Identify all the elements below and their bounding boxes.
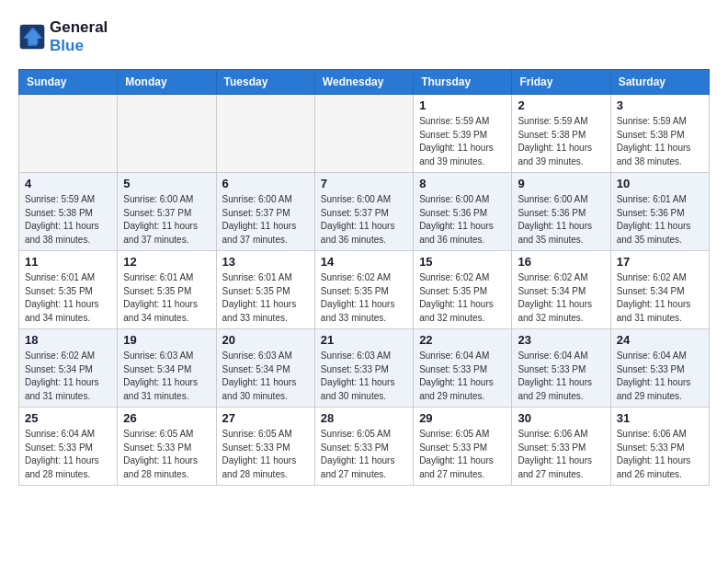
day-number: 7 [321, 177, 407, 190]
day-number: 8 [419, 177, 506, 190]
day-number: 20 [222, 333, 309, 347]
calendar-cell: 6Sunrise: 6:00 AM Sunset: 5:37 PM Daylig… [216, 173, 314, 251]
day-info: Sunrise: 6:05 AM Sunset: 5:33 PM Dayligh… [419, 428, 506, 481]
day-number: 27 [222, 411, 309, 425]
day-number: 5 [123, 177, 210, 190]
day-number: 31 [617, 411, 703, 425]
calendar-row-3: 11Sunrise: 6:01 AM Sunset: 5:35 PM Dayli… [19, 251, 710, 329]
weekday-header-wednesday: Wednesday [314, 70, 413, 95]
calendar-row-1: 1Sunrise: 5:59 AM Sunset: 5:39 PM Daylig… [19, 95, 710, 173]
calendar-row-4: 18Sunrise: 6:02 AM Sunset: 5:34 PM Dayli… [19, 329, 710, 408]
day-info: Sunrise: 6:04 AM Sunset: 5:33 PM Dayligh… [25, 428, 111, 481]
calendar-cell: 27Sunrise: 6:05 AM Sunset: 5:33 PM Dayli… [216, 408, 314, 486]
calendar-row-5: 25Sunrise: 6:04 AM Sunset: 5:33 PM Dayli… [19, 408, 710, 486]
day-number: 19 [123, 333, 210, 347]
day-number: 25 [25, 411, 111, 425]
day-number: 17 [617, 255, 703, 269]
calendar-cell: 18Sunrise: 6:02 AM Sunset: 5:34 PM Dayli… [19, 329, 118, 408]
weekday-header-monday: Monday [118, 70, 216, 95]
day-info: Sunrise: 6:04 AM Sunset: 5:33 PM Dayligh… [518, 350, 604, 403]
day-number: 29 [419, 411, 506, 425]
day-number: 1 [419, 98, 506, 112]
logo-text: General Blue [50, 18, 108, 54]
day-number: 22 [419, 333, 506, 347]
calendar-cell [314, 95, 413, 173]
calendar-cell: 1Sunrise: 5:59 AM Sunset: 5:39 PM Daylig… [414, 95, 512, 173]
day-number: 24 [617, 333, 703, 347]
calendar-cell: 30Sunrise: 6:06 AM Sunset: 5:33 PM Dayli… [512, 408, 610, 486]
calendar-cell: 20Sunrise: 6:03 AM Sunset: 5:34 PM Dayli… [216, 329, 314, 408]
day-info: Sunrise: 5:59 AM Sunset: 5:38 PM Dayligh… [518, 115, 604, 168]
logo-icon [18, 23, 46, 51]
day-info: Sunrise: 6:04 AM Sunset: 5:33 PM Dayligh… [419, 350, 506, 403]
weekday-header-sunday: Sunday [19, 70, 118, 95]
day-info: Sunrise: 5:59 AM Sunset: 5:38 PM Dayligh… [617, 115, 703, 168]
day-number: 6 [222, 177, 309, 190]
day-info: Sunrise: 6:04 AM Sunset: 5:33 PM Dayligh… [617, 350, 703, 403]
day-info: Sunrise: 6:00 AM Sunset: 5:37 PM Dayligh… [222, 193, 309, 247]
logo: General Blue [18, 18, 108, 54]
day-info: Sunrise: 6:01 AM Sunset: 5:35 PM Dayligh… [123, 271, 210, 325]
calendar-cell: 3Sunrise: 5:59 AM Sunset: 5:38 PM Daylig… [610, 95, 709, 173]
calendar-cell: 11Sunrise: 6:01 AM Sunset: 5:35 PM Dayli… [19, 251, 118, 329]
day-info: Sunrise: 6:01 AM Sunset: 5:36 PM Dayligh… [617, 193, 703, 247]
calendar-cell: 4Sunrise: 5:59 AM Sunset: 5:38 PM Daylig… [19, 173, 118, 251]
calendar-cell: 5Sunrise: 6:00 AM Sunset: 5:37 PM Daylig… [118, 173, 216, 251]
day-info: Sunrise: 6:02 AM Sunset: 5:34 PM Dayligh… [518, 271, 604, 325]
day-info: Sunrise: 6:05 AM Sunset: 5:33 PM Dayligh… [123, 428, 210, 481]
calendar-cell [19, 95, 118, 173]
weekday-header-row: SundayMondayTuesdayWednesdayThursdayFrid… [19, 70, 710, 95]
calendar-cell: 21Sunrise: 6:03 AM Sunset: 5:33 PM Dayli… [314, 329, 413, 408]
day-number: 23 [518, 333, 604, 347]
day-number: 12 [123, 255, 210, 269]
weekday-header-saturday: Saturday [610, 70, 709, 95]
day-number: 2 [518, 98, 604, 112]
calendar-cell [118, 95, 216, 173]
day-info: Sunrise: 6:00 AM Sunset: 5:36 PM Dayligh… [518, 193, 604, 247]
day-info: Sunrise: 6:00 AM Sunset: 5:37 PM Dayligh… [321, 193, 407, 247]
day-info: Sunrise: 6:06 AM Sunset: 5:33 PM Dayligh… [518, 428, 604, 481]
day-number: 13 [222, 255, 309, 269]
calendar-cell: 17Sunrise: 6:02 AM Sunset: 5:34 PM Dayli… [610, 251, 709, 329]
weekday-header-thursday: Thursday [414, 70, 512, 95]
calendar-cell: 13Sunrise: 6:01 AM Sunset: 5:35 PM Dayli… [216, 251, 314, 329]
calendar-cell: 28Sunrise: 6:05 AM Sunset: 5:33 PM Dayli… [314, 408, 413, 486]
day-info: Sunrise: 6:02 AM Sunset: 5:35 PM Dayligh… [419, 271, 506, 325]
day-info: Sunrise: 5:59 AM Sunset: 5:38 PM Dayligh… [25, 193, 111, 247]
day-number: 26 [123, 411, 210, 425]
calendar-cell: 14Sunrise: 6:02 AM Sunset: 5:35 PM Dayli… [314, 251, 413, 329]
weekday-header-tuesday: Tuesday [216, 70, 314, 95]
calendar-cell [216, 95, 314, 173]
calendar-cell: 15Sunrise: 6:02 AM Sunset: 5:35 PM Dayli… [414, 251, 512, 329]
day-info: Sunrise: 6:03 AM Sunset: 5:34 PM Dayligh… [222, 350, 309, 403]
day-info: Sunrise: 6:03 AM Sunset: 5:33 PM Dayligh… [321, 350, 407, 403]
day-info: Sunrise: 6:00 AM Sunset: 5:36 PM Dayligh… [419, 193, 506, 247]
calendar-cell: 2Sunrise: 5:59 AM Sunset: 5:38 PM Daylig… [512, 95, 610, 173]
day-number: 4 [25, 177, 111, 190]
day-info: Sunrise: 6:02 AM Sunset: 5:35 PM Dayligh… [321, 271, 407, 325]
day-number: 11 [25, 255, 111, 269]
calendar-cell: 23Sunrise: 6:04 AM Sunset: 5:33 PM Dayli… [512, 329, 610, 408]
day-number: 18 [25, 333, 111, 347]
calendar-cell: 10Sunrise: 6:01 AM Sunset: 5:36 PM Dayli… [610, 173, 709, 251]
calendar-cell: 9Sunrise: 6:00 AM Sunset: 5:36 PM Daylig… [512, 173, 610, 251]
calendar-cell: 7Sunrise: 6:00 AM Sunset: 5:37 PM Daylig… [314, 173, 413, 251]
day-info: Sunrise: 6:01 AM Sunset: 5:35 PM Dayligh… [222, 271, 309, 325]
calendar-cell: 26Sunrise: 6:05 AM Sunset: 5:33 PM Dayli… [118, 408, 216, 486]
day-number: 15 [419, 255, 506, 269]
day-number: 9 [518, 177, 604, 190]
day-info: Sunrise: 6:00 AM Sunset: 5:37 PM Dayligh… [123, 193, 210, 247]
calendar-cell: 24Sunrise: 6:04 AM Sunset: 5:33 PM Dayli… [610, 329, 709, 408]
calendar-cell: 8Sunrise: 6:00 AM Sunset: 5:36 PM Daylig… [414, 173, 512, 251]
day-info: Sunrise: 6:03 AM Sunset: 5:34 PM Dayligh… [123, 350, 210, 403]
day-info: Sunrise: 6:06 AM Sunset: 5:33 PM Dayligh… [617, 428, 703, 481]
calendar-cell: 19Sunrise: 6:03 AM Sunset: 5:34 PM Dayli… [118, 329, 216, 408]
calendar-cell: 12Sunrise: 6:01 AM Sunset: 5:35 PM Dayli… [118, 251, 216, 329]
day-info: Sunrise: 6:05 AM Sunset: 5:33 PM Dayligh… [321, 428, 407, 481]
day-info: Sunrise: 6:05 AM Sunset: 5:33 PM Dayligh… [222, 428, 309, 481]
day-number: 14 [321, 255, 407, 269]
day-number: 10 [617, 177, 703, 190]
day-info: Sunrise: 6:02 AM Sunset: 5:34 PM Dayligh… [25, 350, 111, 403]
day-number: 3 [617, 98, 703, 112]
day-number: 28 [321, 411, 407, 425]
